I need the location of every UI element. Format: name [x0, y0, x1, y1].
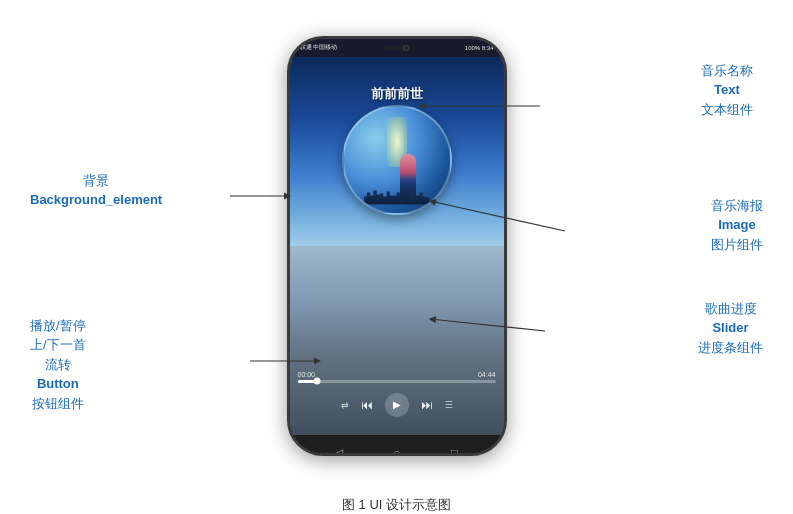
camera [403, 45, 409, 51]
phone-notch [367, 39, 427, 57]
play-pause-button[interactable]: ▶ [385, 393, 409, 417]
phone-navbar: ◁ ○ □ [290, 435, 504, 456]
playlist-button[interactable]: ☰ [445, 400, 453, 410]
controls-area: ⇄ ⏮ ▶ ⏭ ☰ [290, 393, 504, 417]
annotation-music-name: 音乐名称 Text 文本组件 [701, 61, 753, 120]
annotation-background: 背景 Background_element [30, 171, 162, 210]
annotation-poster-zh1: 音乐海报 [711, 196, 763, 216]
main-container: 联通 中国移动 100% 8:34 前前前世 00:00 [0, 1, 793, 491]
next-button[interactable]: ⏭ [421, 398, 433, 412]
progress-thumb [314, 378, 321, 385]
prev-button[interactable]: ⏮ [361, 398, 373, 412]
annotation-buttons: 播放/暂停 上/下一首 流转 Button 按钮组件 [30, 316, 86, 414]
annotation-bg-en: Background_element [30, 190, 162, 210]
album-art-image [342, 105, 452, 215]
annotation-progress-text: 歌曲进度 Slider 进度条组件 [698, 299, 763, 358]
annotation-zh2: 文本组件 [701, 100, 753, 120]
figure-1 [377, 148, 395, 198]
album-figures [359, 138, 435, 198]
phone-screen: 前前前世 00:00 04:44 [290, 57, 504, 435]
annotation-progress: 歌曲进度 Slider 进度条组件 [698, 299, 763, 358]
figure-2 [400, 154, 416, 198]
annotation-poster-en: Image [711, 215, 763, 235]
shuffle-button[interactable]: ⇄ [341, 400, 349, 410]
figure-caption: 图 1 UI 设计示意图 [342, 497, 451, 512]
phone-device: 联通 中国移动 100% 8:34 前前前世 00:00 [287, 36, 507, 456]
recent-nav-button[interactable]: □ [447, 445, 463, 456]
annotation-btn-zh2: 上/下一首 [30, 335, 86, 355]
annotation-zh1: 音乐名称 [701, 61, 753, 81]
progress-times: 00:00 04:44 [298, 371, 496, 378]
annotation-btn-zh1: 播放/暂停 [30, 316, 86, 336]
back-nav-button[interactable]: ◁ [331, 445, 347, 456]
figure-caption-area: 图 1 UI 设计示意图 [342, 495, 451, 514]
progress-area: 00:00 04:44 [298, 371, 496, 383]
statusbar-carrier: 联通 中国移动 [300, 43, 338, 52]
annotation-poster-text: 音乐海报 Image 图片组件 [711, 196, 763, 255]
time-current: 00:00 [298, 371, 316, 378]
play-icon: ▶ [393, 399, 401, 410]
annotation-background-text: 背景 Background_element [30, 171, 162, 210]
speaker [385, 46, 399, 49]
annotation-music-name-text: 音乐名称 Text 文本组件 [701, 61, 753, 120]
annotation-progress-zh1: 歌曲进度 [698, 299, 763, 319]
annotation-btn-zh4: 按钮组件 [30, 394, 86, 414]
annotation-bg-zh1: 背景 [30, 171, 162, 191]
statusbar-battery: 100% 8:34 [465, 45, 494, 51]
annotation-buttons-text: 播放/暂停 上/下一首 流转 Button 按钮组件 [30, 316, 86, 414]
time-total: 04:44 [478, 371, 496, 378]
annotation-btn-en: Button [30, 374, 86, 394]
annotation-poster: 音乐海报 Image 图片组件 [711, 196, 763, 255]
annotation-poster-zh2: 图片组件 [711, 235, 763, 255]
home-nav-button[interactable]: ○ [389, 445, 405, 456]
progress-track[interactable] [298, 380, 496, 383]
annotation-btn-zh3: 流转 [30, 355, 86, 375]
annotation-en: Text [701, 80, 753, 100]
annotation-progress-en: Slider [698, 318, 763, 338]
annotation-progress-zh2: 进度条组件 [698, 338, 763, 358]
song-title-text: 前前前世 [290, 85, 504, 103]
